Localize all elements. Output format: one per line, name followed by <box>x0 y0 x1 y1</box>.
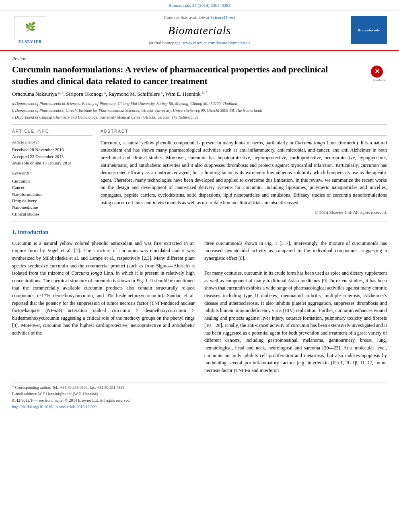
crossmark-label: CrossMark <box>371 78 387 82</box>
contents-line: Contents lists available at ScienceDirec… <box>48 14 351 21</box>
keyword-1: Cancer <box>12 185 93 191</box>
main-content: Review Curcumin nanoformulations: A revi… <box>0 51 399 418</box>
footnote-email: E-mail address: W.E.Hennink@uu.nl (W.E. … <box>12 391 387 397</box>
keyword-5: Clinical studies <box>12 211 93 217</box>
abstract-text: Curcumin, a natural yellow phenolic comp… <box>101 139 387 206</box>
introduction-section: 1. Introduction Curcumin is a natural ye… <box>12 228 387 374</box>
accepted-date: Accepted 22 December 2013 <box>12 154 93 160</box>
journal-homepage: journal homepage: www.elsevier.com/locat… <box>48 40 351 46</box>
divider-2 <box>12 222 387 222</box>
elsevier-tree-icon: 🌿 <box>25 21 36 33</box>
homepage-link[interactable]: www.elsevier.com/locate/biomaterials <box>183 40 251 45</box>
article-info-col: ARTICLE INFO Article history: Received 2… <box>12 129 93 218</box>
history-label: Article history: <box>12 139 93 145</box>
affiliations: a Department of Pharmaceutical Sciences,… <box>12 101 387 120</box>
sciencedirect-link[interactable]: ScienceDirect <box>210 15 235 20</box>
affiliation-a: a Department of Pharmaceutical Sciences,… <box>12 101 387 107</box>
elsevier-label: ELSEVIER <box>19 39 42 45</box>
introduction-title: 1. Introduction <box>12 228 387 236</box>
intro-right-col: three curcuminoids shown in Fig. 1 [5–7]… <box>204 240 387 374</box>
elsevier-image: 🌿 <box>14 16 46 38</box>
biomaterials-logo-text: Biomaterials <box>358 28 380 33</box>
affiliation-b: b Department of Pharmaceutics, Utrecht I… <box>12 107 387 113</box>
available-date: Available online 15 January 2014 <box>12 160 93 166</box>
article-title-section: Curcumin nanoformulations: A review of p… <box>12 64 387 87</box>
article-info-abstract-section: ARTICLE INFO Article history: Received 2… <box>12 129 387 218</box>
biomaterials-logo-box: Biomaterials <box>351 16 387 44</box>
abstract-col: ABSTRACT Curcumin, a natural yellow phen… <box>101 129 387 218</box>
journal-reference-bar: Biomaterials 35 (2014) 3365–3383 <box>0 0 399 10</box>
copyright-line: © 2014 Elsevier Ltd. All rights reserved… <box>101 210 387 216</box>
elsevier-logo: 🌿 ELSEVIER <box>12 16 48 45</box>
footnote-section: * Corresponding author. Tel.: +31 30 253… <box>12 382 387 410</box>
article-title: Curcumin nanoformulations: A review of p… <box>12 64 350 87</box>
keyword-3: Drug delivery <box>12 198 93 204</box>
divider-1 <box>12 124 387 125</box>
authors-line: Ornchuma Naksuriya a, b, Siriporn Okonog… <box>12 90 387 98</box>
journal-title: Biomaterials <box>48 23 351 38</box>
keyword-0: Curcumin <box>12 178 93 184</box>
article-type-label: Review <box>12 55 387 62</box>
journal-ref-text: Biomaterials 35 (2014) 3365–3383 <box>169 3 230 8</box>
keywords-label: Keywords: <box>12 170 93 176</box>
email-link[interactable]: W.E.Hennink@uu.nl <box>38 392 72 396</box>
keyword-2: Nanoformulation <box>12 191 93 197</box>
abstract-header: ABSTRACT <box>101 129 387 136</box>
affiliation-c: c Department of Clinical Chemistry and H… <box>12 114 387 120</box>
introduction-body: Curcumin is a natural yellow colored phe… <box>12 240 387 374</box>
keyword-4: Nanomedicine <box>12 204 93 210</box>
article-info-header: ARTICLE INFO <box>12 129 93 136</box>
journal-header: 🌿 ELSEVIER Contents lists available at S… <box>0 10 399 51</box>
crossmark-badge: ✕ CrossMark <box>371 66 387 82</box>
page-wrapper: Biomaterials 35 (2014) 3365–3383 🌿 ELSEV… <box>0 0 399 418</box>
crossmark-icon: ✕ <box>371 66 383 78</box>
footnote-corresponding: * Corresponding author. Tel.: +31 30 253… <box>12 385 387 390</box>
intro-left-col: Curcumin is a natural yellow colored phe… <box>12 240 195 374</box>
doi-link[interactable]: http://dx.doi.org/10.1016/j.biomaterials… <box>12 405 97 409</box>
doi-line[interactable]: http://dx.doi.org/10.1016/j.biomaterials… <box>12 404 387 410</box>
footnote-issn: 0142-9612/$ — see front matter © 2014 El… <box>12 398 387 403</box>
received-date: Received 28 November 2013 <box>12 147 93 153</box>
journal-header-center: Contents lists available at ScienceDirec… <box>48 14 351 46</box>
